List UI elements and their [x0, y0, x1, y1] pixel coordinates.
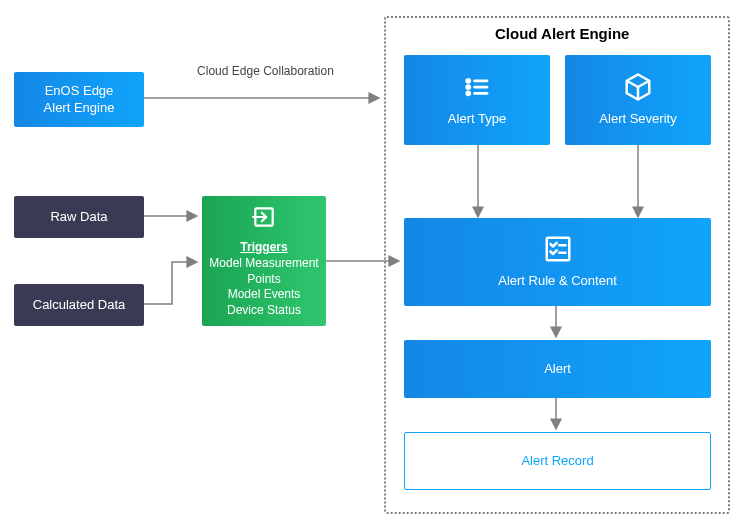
alert-type-node: Alert Type: [404, 55, 550, 145]
node-text: Raw Data: [50, 209, 107, 226]
enter-icon: [251, 204, 277, 235]
alert-rule-node: Alert Rule & Content: [404, 218, 711, 306]
triggers-line: Model Events: [228, 287, 301, 303]
triggers-title: Triggers: [240, 240, 287, 256]
triggers-line: Model Measurement: [209, 256, 318, 272]
alert-record-node: Alert Record: [404, 432, 711, 490]
svg-point-12: [467, 92, 470, 95]
triggers-line: Points: [247, 272, 280, 288]
node-text: Alert Rule & Content: [498, 273, 617, 290]
svg-rect-14: [546, 238, 569, 261]
triggers-node: Triggers Model Measurement Points Model …: [202, 196, 326, 326]
node-text-line: EnOS Edge: [45, 83, 114, 100]
alert-node: Alert: [404, 340, 711, 398]
node-text: Calculated Data: [33, 297, 126, 314]
calculated-data-node: Calculated Data: [14, 284, 144, 326]
svg-point-8: [467, 79, 470, 82]
edge-collaboration-label: Cloud Edge Collaboration: [193, 64, 338, 78]
edge-engine-node: EnOS Edge Alert Engine: [14, 72, 144, 127]
list-icon: [462, 72, 492, 107]
node-text: Alert Type: [448, 111, 506, 128]
node-text: Alert Record: [521, 453, 593, 470]
node-text: Alert: [544, 361, 571, 378]
alert-severity-node: Alert Severity: [565, 55, 711, 145]
triggers-line: Device Status: [227, 303, 301, 319]
cube-icon: [623, 72, 653, 107]
raw-data-node: Raw Data: [14, 196, 144, 238]
svg-point-10: [467, 86, 470, 89]
node-text-line: Alert Engine: [44, 100, 115, 117]
checklist-icon: [543, 234, 573, 269]
node-text: Alert Severity: [599, 111, 676, 128]
